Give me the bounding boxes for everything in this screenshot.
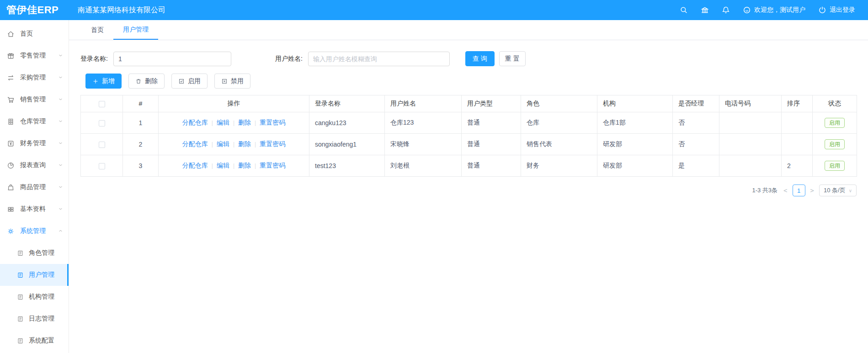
edit-link[interactable]: 编辑 — [217, 162, 229, 170]
page-content: 登录名称: 用户姓名: 查 询 重 置 新增 删除 启用 — [69, 40, 868, 196]
col-index: # — [123, 95, 159, 112]
col-phone: 电话号码 — [719, 95, 782, 112]
assign-warehouse-link[interactable]: 分配仓库 — [182, 140, 208, 148]
prev-page-button[interactable]: < — [783, 187, 787, 194]
cell-org: 研发部 — [597, 134, 673, 155]
col-name: 用户姓名 — [385, 95, 462, 112]
col-sort: 排序 — [782, 95, 813, 112]
disable-button[interactable]: 禁用 — [214, 74, 250, 89]
chevron-down-icon — [58, 118, 63, 125]
bell-icon[interactable] — [722, 6, 730, 14]
swap-icon — [7, 74, 15, 82]
col-actions: 操作 — [159, 95, 309, 112]
document-icon — [17, 316, 24, 322]
sidebar-item-role-mgmt[interactable]: 角色管理 — [0, 242, 69, 264]
delete-link[interactable]: 删除 — [238, 140, 251, 148]
delete-button[interactable]: 删除 — [128, 74, 165, 89]
cell-sort: 2 — [782, 155, 813, 177]
page-number-button[interactable]: 1 — [793, 184, 805, 196]
search-button[interactable]: 查 询 — [465, 51, 495, 66]
row-checkbox[interactable] — [99, 163, 105, 169]
tab-home[interactable]: 首页 — [81, 20, 113, 40]
enable-button[interactable]: 启用 — [171, 74, 208, 89]
select-all-checkbox[interactable] — [99, 101, 105, 107]
cell-org: 研发部 — [597, 155, 673, 177]
pagination: 1-3 共3条 < 1 > 10 条/页 ∨ — [80, 184, 857, 196]
cell-manager: 是 — [673, 155, 719, 177]
edit-link[interactable]: 编辑 — [217, 140, 229, 148]
status-badge: 启用 — [825, 139, 845, 149]
sidebar-item-reports[interactable]: 报表查询 — [0, 154, 69, 176]
logout-button[interactable]: 退出登录 — [818, 6, 855, 14]
app-logo: 管伊佳ERP — [0, 3, 63, 17]
add-button[interactable]: 新增 — [85, 74, 122, 89]
chevron-down-icon — [58, 205, 63, 213]
delete-link[interactable]: 删除 — [238, 162, 251, 170]
sidebar: 首页 零售管理 采购管理 销售管理 仓库管理 财务管理 — [0, 20, 69, 353]
cell-sort — [782, 134, 813, 155]
cell-name: 宋晓锋 — [385, 134, 462, 155]
sidebar-item-purchase[interactable]: 采购管理 — [0, 67, 69, 89]
sidebar-item-goods[interactable]: 商品管理 — [0, 176, 69, 198]
cell-login: test123 — [309, 155, 385, 177]
sidebar-item-system-config[interactable]: 系统配置 — [0, 330, 69, 352]
sidebar-item-home[interactable]: 首页 — [0, 23, 69, 45]
smile-icon — [743, 6, 751, 14]
col-login: 登录名称 — [309, 95, 385, 112]
reset-password-link[interactable]: 重置密码 — [260, 119, 285, 127]
home-icon — [7, 30, 15, 38]
sidebar-item-basic-data[interactable]: 基本资料 — [0, 198, 69, 220]
chevron-down-icon — [58, 96, 63, 103]
reset-password-link[interactable]: 重置密码 — [260, 162, 285, 170]
user-menu[interactable]: 欢迎您，测试用户 — [743, 6, 805, 14]
trash-icon — [135, 78, 142, 84]
cell-login: songxiaofeng1 — [309, 134, 385, 155]
bag-icon — [7, 184, 15, 191]
col-org: 机构 — [597, 95, 673, 112]
topbar-actions: 欢迎您，测试用户 退出登录 — [680, 6, 868, 14]
edit-link[interactable]: 编辑 — [217, 119, 229, 127]
col-status: 状态 — [813, 95, 857, 112]
sidebar-item-retail[interactable]: 零售管理 — [0, 45, 69, 67]
assign-warehouse-link[interactable]: 分配仓库 — [182, 162, 208, 170]
sidebar-item-warehouse[interactable]: 仓库管理 — [0, 111, 69, 132]
page-size-select[interactable]: 10 条/页 ∨ — [819, 184, 857, 196]
chevron-down-icon — [58, 52, 63, 59]
reset-button[interactable]: 重 置 — [499, 51, 526, 66]
delete-link[interactable]: 删除 — [238, 119, 251, 127]
login-name-input[interactable] — [113, 52, 231, 66]
reset-password-link[interactable]: 重置密码 — [260, 140, 285, 148]
assign-warehouse-link[interactable]: 分配仓库 — [182, 119, 208, 127]
row-checkbox[interactable] — [99, 120, 105, 126]
cell-name: 刘老根 — [385, 155, 462, 177]
cabinet-icon — [7, 118, 15, 126]
sidebar-item-org-mgmt[interactable]: 机构管理 — [0, 286, 69, 308]
chevron-down-icon — [58, 184, 63, 191]
next-page-button[interactable]: > — [810, 187, 814, 194]
row-checkbox[interactable] — [99, 142, 105, 148]
toolbar-row: 新增 删除 启用 禁用 — [80, 74, 868, 89]
sidebar-item-log-mgmt[interactable]: 日志管理 — [0, 308, 69, 330]
table-row: 2 分配仓库| 编辑| 删除| 重置密码 songxiaofeng1 宋晓锋 普… — [81, 134, 857, 155]
welcome-text: 欢迎您，测试用户 — [754, 6, 805, 14]
col-role: 角色 — [521, 95, 597, 112]
cell-phone — [719, 155, 782, 177]
search-icon[interactable] — [680, 6, 688, 14]
chevron-down-icon — [58, 162, 63, 169]
cell-role: 仓库 — [521, 112, 597, 134]
top-header-bar: 管伊佳ERP 南通某某网络科技有限公司 欢迎您，测试用户 退出登录 — [0, 0, 868, 20]
cell-type: 普通 — [462, 112, 521, 134]
cell-phone — [719, 134, 782, 155]
sidebar-item-user-mgmt[interactable]: 用户管理 — [0, 264, 69, 286]
cell-role: 销售代表 — [521, 134, 597, 155]
sidebar-item-system[interactable]: 系统管理 — [0, 220, 69, 242]
finance-icon — [7, 140, 15, 148]
tab-user-mgmt[interactable]: 用户管理 — [113, 20, 158, 40]
tab-bar: 首页 用户管理 — [69, 20, 868, 40]
table-row: 3 分配仓库| 编辑| 删除| 重置密码 test123 刘老根 普通 财务 — [81, 155, 857, 177]
sidebar-item-finance[interactable]: 财务管理 — [0, 132, 69, 154]
user-name-input[interactable] — [308, 52, 450, 66]
bank-icon[interactable] — [701, 6, 709, 14]
logout-label: 退出登录 — [830, 6, 855, 14]
sidebar-item-sales[interactable]: 销售管理 — [0, 89, 69, 111]
